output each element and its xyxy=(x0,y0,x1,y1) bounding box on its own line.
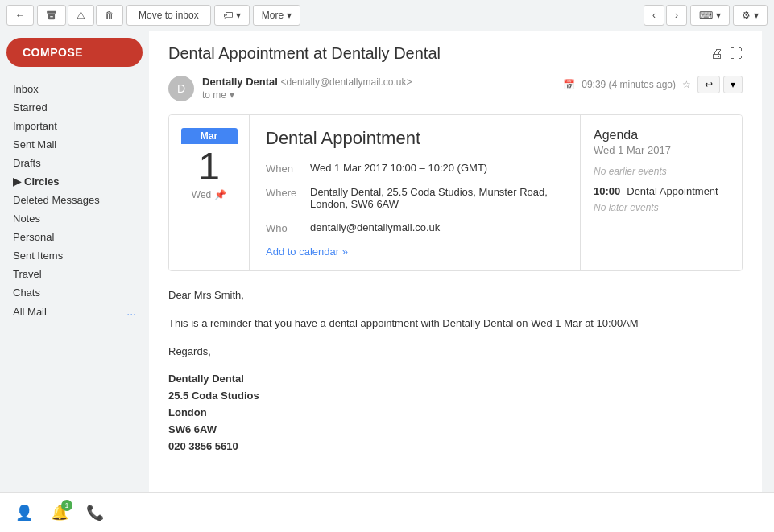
sidebar-more-indicator: ... xyxy=(126,305,136,318)
sidebar-item-drafts[interactable]: Drafts xyxy=(0,154,149,172)
reply-button[interactable]: ↩ xyxy=(697,76,720,93)
archive-button[interactable] xyxy=(37,5,66,26)
email-greeting: Dear Mrs Smith, xyxy=(168,287,743,304)
sidebar-item-sent-items[interactable]: Sent Items xyxy=(0,246,149,265)
company-name: Dentally Dental xyxy=(168,371,743,388)
pagination-nav: ‹ › xyxy=(644,5,687,26)
settings-button[interactable]: ⚙ ▾ xyxy=(733,5,768,26)
expand-icon[interactable]: ⛶ xyxy=(730,47,743,61)
sender-avatar: D xyxy=(168,76,194,101)
keyboard-icon: ⌨ xyxy=(699,10,713,21)
avatar-initial: D xyxy=(177,82,185,95)
keyboard-shortcut-button[interactable]: ⌨ ▾ xyxy=(690,5,730,26)
sidebar-item-starred[interactable]: Starred xyxy=(0,98,149,117)
sidebar-item-inbox[interactable]: Inbox xyxy=(0,80,149,98)
event-title: Dental Appointment xyxy=(266,128,564,149)
to-dropdown-arrow[interactable]: ▾ xyxy=(230,89,234,101)
person-icon-button[interactable]: 👤 xyxy=(13,501,35,524)
sidebar-item-notes[interactable]: Notes xyxy=(0,209,149,228)
alert-icon: ⚠ xyxy=(77,10,85,21)
who-value: dentally@dentallymail.co.uk xyxy=(310,221,440,233)
label-button[interactable]: 🏷 ▾ xyxy=(214,5,250,26)
email-signature: Dentally Dental 25.5 Coda Studios London… xyxy=(168,371,743,455)
next-email-button[interactable]: › xyxy=(666,5,687,26)
phone-number: 020 3856 5610 xyxy=(168,439,743,456)
report-button[interactable]: ⚠ xyxy=(68,5,94,26)
star-button[interactable]: ☆ xyxy=(682,79,691,90)
where-label: Where xyxy=(266,187,310,199)
sidebar-item-chats[interactable]: Chats xyxy=(0,283,149,302)
to-me-row: to me ▾ xyxy=(202,89,563,101)
phone-button[interactable]: 📞 xyxy=(84,501,106,524)
sidebar-item-important[interactable]: Important xyxy=(0,117,149,135)
bottom-bar: 👤 🔔 1 📞 xyxy=(0,492,774,532)
gear-icon: ⚙ xyxy=(742,10,751,21)
agenda-date: Wed 1 Mar 2017 xyxy=(594,144,729,156)
add-to-calendar-link[interactable]: Add to calendar » xyxy=(266,245,564,258)
person-icon: 👤 xyxy=(15,504,33,522)
sidebar-item-travel[interactable]: Travel xyxy=(0,265,149,283)
sidebar-label-drafts: Drafts xyxy=(13,157,41,169)
cal-month: Mar xyxy=(181,128,238,144)
move-to-inbox-button[interactable]: Move to inbox xyxy=(126,5,211,26)
email-header: D Dentally Dental <dentally@dentallymail… xyxy=(168,76,743,101)
label-dropdown-arrow: ▾ xyxy=(236,10,241,21)
when-row: When Wed 1 Mar 2017 10:00 – 10:20 (GMT) xyxy=(266,162,564,175)
cal-weekday-text: Wed xyxy=(192,189,211,200)
where-value: Dentally Dental, 25.5 Coda Studios, Muns… xyxy=(310,186,564,210)
sidebar-item-deleted-messages[interactable]: Deleted Messages xyxy=(0,191,149,209)
calendar-icon: 📅 xyxy=(563,79,575,90)
email-subject: Dental Appointment at Dentally Dental xyxy=(168,44,702,63)
address-line2: London xyxy=(168,405,743,422)
who-label: Who xyxy=(266,222,310,234)
sender-name-row: Dentally Dental <dentally@dentallymail.c… xyxy=(202,76,563,88)
delete-button[interactable]: 🗑 xyxy=(96,5,123,26)
address-line1: 25.5 Coda Studios xyxy=(168,388,743,405)
when-value: Wed 1 Mar 2017 10:00 – 10:20 (GMT) xyxy=(310,162,487,174)
notification-button[interactable]: 🔔 1 xyxy=(48,501,71,524)
agenda-event-title: Dental Appointment xyxy=(627,185,718,197)
sidebar-label-all-mail: All Mail xyxy=(13,306,47,318)
cal-weekday: Wed 📌 xyxy=(192,189,226,200)
next-icon: › xyxy=(675,10,678,21)
calendar-date-column: Mar 1 Wed 📌 xyxy=(169,115,250,270)
address-line3: SW6 6AW xyxy=(168,422,743,439)
sender-info: Dentally Dental <dentally@dentallymail.c… xyxy=(202,76,563,101)
sidebar-item-sent-mail[interactable]: Sent Mail xyxy=(0,135,149,154)
print-icon[interactable]: 🖨 xyxy=(710,47,723,61)
sidebar-section-circles[interactable]: ▶ Circles xyxy=(0,172,149,191)
right-scrollbar xyxy=(762,31,774,492)
sidebar-label-deleted: Deleted Messages xyxy=(13,194,100,206)
email-actions: ↩ ▾ xyxy=(697,76,743,93)
email-content-area: Dental Appointment at Dentally Dental 🖨 … xyxy=(149,31,762,492)
compose-button[interactable]: COMPOSE xyxy=(6,38,143,67)
svg-rect-0 xyxy=(47,11,56,14)
sidebar-item-personal[interactable]: Personal xyxy=(0,228,149,246)
sidebar-label-inbox: Inbox xyxy=(13,83,39,95)
toolbar-action-group: ⚠ 🗑 xyxy=(37,5,123,26)
email-subject-icons: 🖨 ⛶ xyxy=(710,47,743,61)
back-button[interactable]: ← xyxy=(6,5,34,26)
more-button[interactable]: More ▾ xyxy=(253,5,300,26)
to-label: to me xyxy=(202,89,226,101)
prev-email-button[interactable]: ‹ xyxy=(644,5,664,26)
sender-name: Dentally Dental xyxy=(202,76,278,88)
sidebar-label-sent-mail: Sent Mail xyxy=(13,138,56,151)
more-label: More xyxy=(262,10,284,21)
sidebar-label-sent-items: Sent Items xyxy=(13,250,63,262)
more-actions-button[interactable]: ▾ xyxy=(723,76,743,93)
sidebar: COMPOSE Inbox Starred Important Sent Mai… xyxy=(0,31,149,492)
no-later-events: No later events xyxy=(594,202,729,213)
sidebar-item-all-mail[interactable]: All Mail ... xyxy=(0,302,149,321)
agenda-column: Agenda Wed 1 Mar 2017 No earlier events … xyxy=(581,115,742,270)
notification-badge: 1 xyxy=(61,500,72,511)
toolbar: ← ⚠ 🗑 Move to inbox 🏷 ▾ More ▾ ‹ › ⌨ ▾ ⚙ xyxy=(0,0,774,31)
where-row: Where Dentally Dental, 25.5 Coda Studios… xyxy=(266,186,564,210)
sidebar-label-notes: Notes xyxy=(13,212,40,225)
main-layout: COMPOSE Inbox Starred Important Sent Mai… xyxy=(0,31,774,492)
archive-icon xyxy=(46,10,57,21)
agenda-event: 10:00 Dental Appointment xyxy=(594,185,729,197)
keyboard-dropdown-arrow: ▾ xyxy=(716,10,721,21)
delete-icon: 🗑 xyxy=(105,10,114,21)
chevron-right-icon: ▶ xyxy=(13,175,21,188)
